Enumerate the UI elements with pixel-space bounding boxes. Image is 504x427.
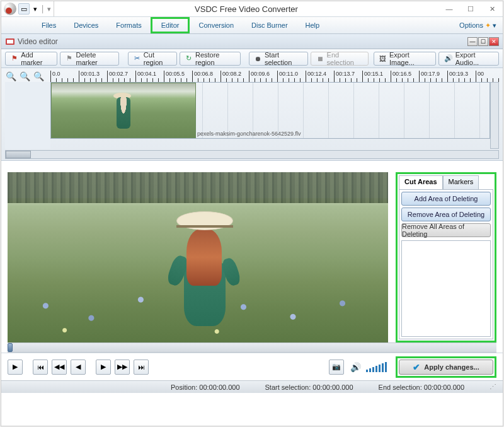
- video-editor-icon: [5, 37, 15, 47]
- apply-label: Apply changes...: [424, 363, 479, 371]
- go-start-button[interactable]: ⏮: [33, 360, 48, 375]
- quick-access-toolbar: ▭ ▾ │ ▾: [1, 1, 54, 16]
- start-selection-icon: ⏺: [255, 54, 262, 63]
- remove-all-areas-button[interactable]: Remove All Areas of Deleting: [401, 223, 491, 237]
- tab-help[interactable]: Help: [297, 17, 329, 33]
- status-start-selection: Start selection: 00:00:00.000: [265, 383, 353, 391]
- close-button[interactable]: ✕: [481, 2, 503, 16]
- panel-minimize-button[interactable]: —: [467, 37, 478, 46]
- remove-area-button[interactable]: Remove Area of Deleting: [401, 208, 491, 221]
- timeline-zoom-controls: 🔍 🔍 🔍: [5, 71, 44, 82]
- minimize-button[interactable]: —: [438, 2, 460, 16]
- timeline-horizontal-scrollbar[interactable]: [5, 150, 499, 159]
- timeline-ruler[interactable]: 0.000:01.300:02.700:04.100:05.500:06.800…: [50, 71, 499, 82]
- flag-grey-icon: ⚑: [66, 54, 73, 63]
- app-title: VSDC Free Video Converter: [54, 4, 438, 14]
- preview-row: Cut Areas Markers Add Area of Deleting R…: [1, 161, 503, 342]
- scrubber-handle[interactable]: [8, 343, 13, 352]
- rewind-button[interactable]: ◀◀: [52, 360, 67, 375]
- zoom-in-icon[interactable]: 🔍: [5, 71, 16, 82]
- go-end-button[interactable]: ⏭: [134, 360, 149, 375]
- timeline-vertical-scrollbar[interactable]: [490, 82, 499, 149]
- ribbon-tabs: Files Devices Formats Editor Conversion …: [1, 16, 503, 34]
- side-panel-body: Add Area of Deleting Remove Area of Dele…: [399, 189, 493, 339]
- volume-icon[interactable]: 🔊: [350, 362, 361, 372]
- tab-formats[interactable]: Formats: [107, 17, 150, 33]
- flag-red-icon: ⚑: [11, 54, 18, 63]
- window-controls: — ☐ ✕: [438, 2, 503, 16]
- play-button[interactable]: ▶: [8, 360, 23, 375]
- statusbar: Position: 00:00:00.000 Start selection: …: [1, 380, 503, 393]
- add-marker-button[interactable]: ⚑Add marker: [5, 52, 57, 66]
- volume-slider[interactable]: [366, 362, 387, 372]
- step-forward-button[interactable]: ▶: [96, 360, 111, 375]
- clip-filename: pexels-maksim-goncharenok-5642529.flv: [197, 131, 301, 137]
- end-selection-button[interactable]: ⏹End selection: [311, 52, 368, 66]
- tab-editor[interactable]: Editor: [151, 17, 190, 33]
- end-selection-icon: ⏹: [316, 54, 324, 63]
- status-end-selection: End selection: 00:00:00.000: [379, 383, 464, 391]
- qat-dropdown-icon[interactable]: ▾: [32, 3, 39, 15]
- tab-devices[interactable]: Devices: [65, 17, 107, 33]
- video-preview: [8, 172, 388, 342]
- add-area-button[interactable]: Add Area of Deleting: [401, 192, 491, 206]
- star-icon: ✦: [485, 21, 491, 30]
- editor-toolbar: ⚑Add marker ⚑Delete marker ✂Cut region ↻…: [1, 49, 503, 68]
- timeline-clip[interactable]: [51, 83, 196, 138]
- image-export-icon: 🖼: [379, 54, 387, 63]
- panel-window-controls: — ☐ ✕: [467, 37, 499, 46]
- transport-controls: ▶ ⏮ ◀◀ ◀ ▶ ▶▶ ⏭ 📷 🔊 ✔ Apply changes...: [1, 353, 503, 380]
- clip-thumbnail: [52, 83, 195, 137]
- scissors-icon: ✂: [134, 54, 141, 63]
- options-label: Options: [459, 21, 483, 29]
- restore-icon: ↻: [185, 54, 193, 63]
- subheader-title: Video editor: [18, 37, 465, 46]
- fast-forward-button[interactable]: ▶▶: [115, 360, 130, 375]
- preview-scrubber[interactable]: [8, 342, 496, 353]
- zoom-out-icon[interactable]: 🔍: [19, 71, 30, 82]
- restore-region-button[interactable]: ↻Restore region: [180, 52, 241, 66]
- resize-grip-icon[interactable]: ⋰: [490, 383, 496, 391]
- zoom-fit-icon[interactable]: 🔍: [33, 71, 44, 82]
- cut-areas-list[interactable]: [401, 240, 491, 337]
- preview-frame: [8, 172, 388, 342]
- panel-close-button[interactable]: ✕: [489, 37, 499, 46]
- timeline-track[interactable]: pexels-maksim-goncharenok-5642529.flv: [50, 82, 490, 139]
- cut-region-button[interactable]: ✂Cut region: [128, 52, 177, 66]
- chevron-down-icon: ▾: [493, 21, 496, 30]
- svg-rect-1: [7, 40, 13, 44]
- maximize-button[interactable]: ☐: [460, 2, 481, 16]
- panel-maximize-button[interactable]: ☐: [478, 37, 488, 46]
- options-link[interactable]: Options ✦ ▾: [453, 17, 503, 33]
- editor-subheader: Video editor — ☐ ✕: [1, 34, 503, 49]
- titlebar: ▭ ▾ │ ▾ VSDC Free Video Converter — ☐ ✕: [1, 1, 503, 16]
- apply-changes-button[interactable]: ✔ Apply changes...: [399, 360, 493, 375]
- step-back-button[interactable]: ◀: [71, 360, 86, 375]
- qat-page-icon[interactable]: ▭: [18, 3, 30, 15]
- export-audio-button[interactable]: 🔊Export Audio...: [438, 52, 499, 66]
- track-gutter: [5, 82, 50, 149]
- delete-marker-button[interactable]: ⚑Delete marker: [60, 52, 119, 66]
- tab-cut-areas[interactable]: Cut Areas: [399, 175, 443, 189]
- audio-export-icon: 🔊: [444, 54, 453, 63]
- tab-markers[interactable]: Markers: [443, 175, 479, 189]
- qat-customize-icon[interactable]: ▾: [47, 5, 51, 13]
- tab-disc-burner[interactable]: Disc Burner: [243, 17, 296, 33]
- timeline-area: 🔍 🔍 🔍 0.000:01.300:02.700:04.100:05.500:…: [1, 68, 503, 161]
- tab-conversion[interactable]: Conversion: [190, 17, 243, 33]
- tab-files[interactable]: Files: [33, 17, 65, 33]
- status-position: Position: 00:00:00.000: [171, 383, 240, 391]
- check-icon: ✔: [413, 362, 420, 372]
- cut-areas-panel: Cut Areas Markers Add Area of Deleting R…: [396, 172, 496, 342]
- export-image-button[interactable]: 🖼Export Image...: [374, 52, 436, 66]
- app-window: ▭ ▾ │ ▾ VSDC Free Video Converter — ☐ ✕ …: [1, 1, 503, 426]
- start-selection-button[interactable]: ⏺Start selection: [249, 52, 309, 66]
- apply-changes-highlight: ✔ Apply changes...: [396, 356, 496, 378]
- side-tabs: Cut Areas Markers: [399, 175, 493, 189]
- app-logo-icon: [4, 3, 16, 15]
- snapshot-button[interactable]: 📷: [329, 360, 344, 375]
